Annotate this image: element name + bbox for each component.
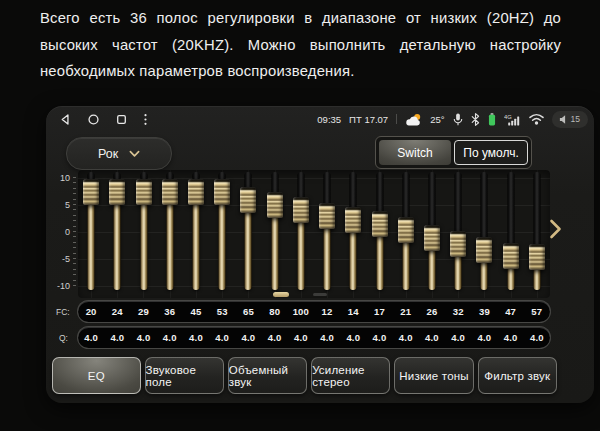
fc-row-label: FC: xyxy=(56,307,70,317)
eq-band-slider[interactable] xyxy=(157,170,183,298)
back-icon[interactable] xyxy=(59,113,72,126)
db-scale-label: 10 xyxy=(46,172,70,184)
fc-value: 29 xyxy=(130,306,156,317)
fc-value: 21 xyxy=(393,306,419,317)
fc-value: 39 xyxy=(471,306,497,317)
slider-handle[interactable] xyxy=(450,231,466,257)
eq-band-slider[interactable] xyxy=(104,170,130,298)
fc-value: 80 xyxy=(262,306,288,317)
slider-handle[interactable] xyxy=(424,225,440,251)
eq-band-slider[interactable] xyxy=(471,170,497,298)
recents-icon[interactable] xyxy=(115,113,128,126)
android-nav-bar xyxy=(59,112,148,126)
eq-band-slider[interactable] xyxy=(498,170,524,298)
db-scale-label: -10 xyxy=(46,280,70,292)
slider-handle[interactable] xyxy=(188,179,204,205)
q-value: 4.0 xyxy=(209,332,235,343)
fc-value: 14 xyxy=(340,306,366,317)
mic-icon xyxy=(453,113,463,126)
volume-level: 15 xyxy=(571,114,580,124)
slider-handle[interactable] xyxy=(162,179,178,205)
q-value: 4.0 xyxy=(471,332,497,343)
q-values-pill: 4.04.04.04.04.04.04.04.04.04.04.04.04.04… xyxy=(78,327,550,348)
switch-button[interactable]: Switch xyxy=(379,140,451,165)
tab-фильтр-звук[interactable]: Фильтр звук xyxy=(478,357,557,394)
db-scale-label: 0 xyxy=(46,226,70,238)
page-indicator-inactive[interactable] xyxy=(313,293,327,296)
fc-value: 57 xyxy=(524,306,550,317)
slider-handle[interactable] xyxy=(529,244,545,270)
eq-band-slider[interactable] xyxy=(262,170,288,298)
q-value: 4.0 xyxy=(104,332,130,343)
page-indicator-active[interactable] xyxy=(273,292,289,297)
eq-band-slider[interactable] xyxy=(445,170,471,298)
eq-band-slider[interactable] xyxy=(78,170,104,298)
q-row-label: Q: xyxy=(59,333,68,343)
tab-усиление-стерео[interactable]: Усиление стерео xyxy=(311,357,390,394)
fc-value: 32 xyxy=(445,306,471,317)
eq-band-slider[interactable] xyxy=(235,170,261,298)
next-page-chevron-icon[interactable] xyxy=(549,219,562,239)
fc-value: 47 xyxy=(498,306,524,317)
eq-band-slider[interactable] xyxy=(288,170,314,298)
slider-handle[interactable] xyxy=(109,179,125,205)
preset-label: Рок xyxy=(98,147,118,161)
slider-handle[interactable] xyxy=(476,237,492,263)
slider-track-lower xyxy=(219,192,226,291)
slider-handle[interactable] xyxy=(136,179,152,205)
default-button[interactable]: По умолч. xyxy=(454,140,528,165)
slider-handle[interactable] xyxy=(293,197,309,223)
slider-track-lower xyxy=(114,192,121,291)
fc-value: 36 xyxy=(157,306,183,317)
q-value: 4.0 xyxy=(130,332,156,343)
battery-icon xyxy=(488,113,496,126)
q-value: 4.0 xyxy=(235,332,261,343)
fc-value: 17 xyxy=(366,306,392,317)
tab-eq[interactable]: EQ xyxy=(52,357,141,394)
eq-band-slider[interactable] xyxy=(209,170,235,298)
status-time: 09:35 xyxy=(317,114,341,125)
intro-paragraph: Всего есть 36 полос регулировки в диапаз… xyxy=(40,5,561,85)
eq-band-slider[interactable] xyxy=(314,170,340,298)
q-value: 4.0 xyxy=(183,332,209,343)
slider-handle[interactable] xyxy=(240,187,256,213)
tab-звуковое-поле[interactable]: Звуковое поле xyxy=(145,357,224,394)
eq-band-slider[interactable] xyxy=(393,170,419,298)
tab-низкие-тоны[interactable]: Низкие тоны xyxy=(394,357,473,394)
preset-dropdown[interactable]: Рок xyxy=(66,137,172,170)
q-value: 4.0 xyxy=(445,332,471,343)
slider-handle[interactable] xyxy=(398,217,414,243)
eq-band-slider[interactable] xyxy=(366,170,392,298)
fc-value: 45 xyxy=(183,306,209,317)
slider-track-lower xyxy=(140,192,147,291)
bottom-tab-bar: EQЗвуковое полеОбъемный звукУсиление сте… xyxy=(52,357,557,394)
status-temperature: 25° xyxy=(430,114,444,125)
fc-value: 100 xyxy=(288,306,314,317)
q-value: 4.0 xyxy=(524,332,550,343)
eq-band-slider[interactable] xyxy=(130,170,156,298)
tab-объемный-звук[interactable]: Объемный звук xyxy=(228,357,307,394)
slider-handle[interactable] xyxy=(214,179,230,205)
slider-handle[interactable] xyxy=(503,243,519,269)
q-value: 4.0 xyxy=(419,332,445,343)
slider-handle[interactable] xyxy=(345,207,361,233)
slider-handle[interactable] xyxy=(267,192,283,218)
eq-band-slider[interactable] xyxy=(524,170,550,298)
q-value: 4.0 xyxy=(314,332,340,343)
signal-bars-icon: 4G xyxy=(504,113,521,126)
slider-handle[interactable] xyxy=(372,211,388,237)
eq-band-slider[interactable] xyxy=(419,170,445,298)
menu-dots-icon[interactable] xyxy=(143,113,148,126)
eq-band-slider[interactable] xyxy=(183,170,209,298)
q-value: 4.0 xyxy=(393,332,419,343)
eq-sliders xyxy=(78,170,550,298)
slider-handle[interactable] xyxy=(83,179,99,205)
home-icon[interactable] xyxy=(87,113,100,126)
weather-sun-cloud-icon xyxy=(405,113,422,126)
slider-track-lower xyxy=(245,200,252,290)
db-scale-label: 5 xyxy=(46,199,70,211)
slider-handle[interactable] xyxy=(319,203,335,229)
volume-indicator[interactable]: 15 xyxy=(552,111,588,128)
eq-band-slider[interactable] xyxy=(340,170,366,298)
head-unit-screen: 09:35 ПТ 17.07 25° 4G xyxy=(46,106,594,403)
